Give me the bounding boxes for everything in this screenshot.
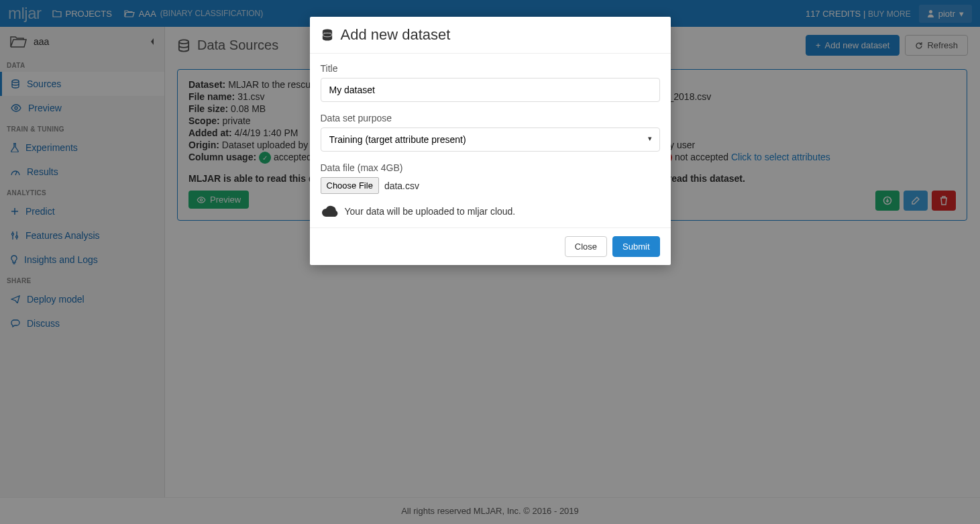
modal-title: Add new dataset	[321, 26, 660, 44]
cloud-message-text: Your data will be uploaded to mljar clou…	[345, 206, 516, 217]
modal-title-text: Add new dataset	[341, 26, 451, 44]
add-dataset-modal: Add new dataset Title Data set purpose T…	[310, 17, 671, 265]
close-button[interactable]: Close	[565, 236, 607, 257]
submit-button[interactable]: Submit	[612, 236, 659, 257]
database-icon	[321, 28, 334, 42]
svg-point-8	[322, 29, 331, 33]
cloud-icon	[321, 205, 339, 218]
cloud-message: Your data will be uploaded to mljar clou…	[321, 205, 660, 218]
title-input[interactable]	[321, 78, 660, 102]
selected-filename: data.csv	[384, 180, 419, 191]
purpose-label: Data set purpose	[321, 113, 660, 123]
file-label: Data file (max 4GB)	[321, 162, 660, 173]
purpose-select[interactable]: Training (target attribute present)	[321, 127, 660, 152]
choose-file-button[interactable]: Choose File	[321, 177, 379, 194]
title-label: Title	[321, 63, 660, 74]
modal-overlay[interactable]: Add new dataset Title Data set purpose T…	[0, 0, 980, 524]
